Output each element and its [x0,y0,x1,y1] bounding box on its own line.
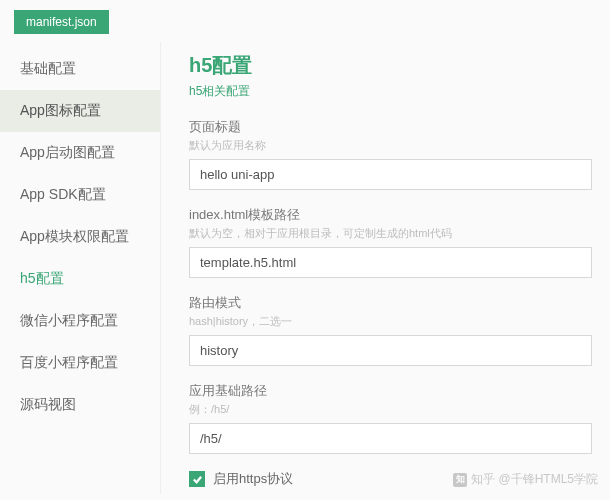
field-label: 路由模式 [189,294,592,312]
panel-title: h5配置 [189,52,592,79]
field-label: 页面标题 [189,118,592,136]
sidebar-item-app-module[interactable]: App模块权限配置 [0,216,160,258]
sidebar-item-basic[interactable]: 基础配置 [0,48,160,90]
sidebar-item-wechat[interactable]: 微信小程序配置 [0,300,160,342]
field-page-title: 页面标题 默认为应用名称 [189,118,592,190]
field-base-path: 应用基础路径 例：/h5/ [189,382,592,454]
sidebar-item-baidu[interactable]: 百度小程序配置 [0,342,160,384]
zhihu-icon: 知 [453,473,467,487]
field-router-mode: 路由模式 hash|history，二选一 [189,294,592,366]
field-label: 应用基础路径 [189,382,592,400]
main-panel: h5配置 h5相关配置 页面标题 默认为应用名称 index.html模板路径 … [160,42,610,494]
sidebar-item-h5[interactable]: h5配置 [0,258,160,300]
field-hint: 例：/h5/ [189,402,592,417]
check-icon [192,474,203,485]
router-mode-input[interactable] [189,335,592,366]
https-label: 启用https协议 [213,470,293,488]
field-template: index.html模板路径 默认为空，相对于应用根目录，可定制生成的html代… [189,206,592,278]
sidebar-item-app-sdk[interactable]: App SDK配置 [0,174,160,216]
field-hint: hash|history，二选一 [189,314,592,329]
page-title-input[interactable] [189,159,592,190]
sidebar-item-app-icon[interactable]: App图标配置 [0,90,160,132]
template-input[interactable] [189,247,592,278]
field-label: index.html模板路径 [189,206,592,224]
watermark-text: 知乎 @千锋HTML5学院 [471,471,598,488]
panel-subtitle: h5相关配置 [189,83,592,100]
sidebar-item-source[interactable]: 源码视图 [0,384,160,426]
file-tab[interactable]: manifest.json [14,10,109,34]
field-hint: 默认为应用名称 [189,138,592,153]
sidebar: 基础配置 App图标配置 App启动图配置 App SDK配置 App模块权限配… [0,42,160,494]
sidebar-item-app-launch[interactable]: App启动图配置 [0,132,160,174]
base-path-input[interactable] [189,423,592,454]
watermark: 知 知乎 @千锋HTML5学院 [453,471,598,488]
field-hint: 默认为空，相对于应用根目录，可定制生成的html代码 [189,226,592,241]
layout: 基础配置 App图标配置 App启动图配置 App SDK配置 App模块权限配… [0,34,610,494]
https-checkbox[interactable] [189,471,205,487]
